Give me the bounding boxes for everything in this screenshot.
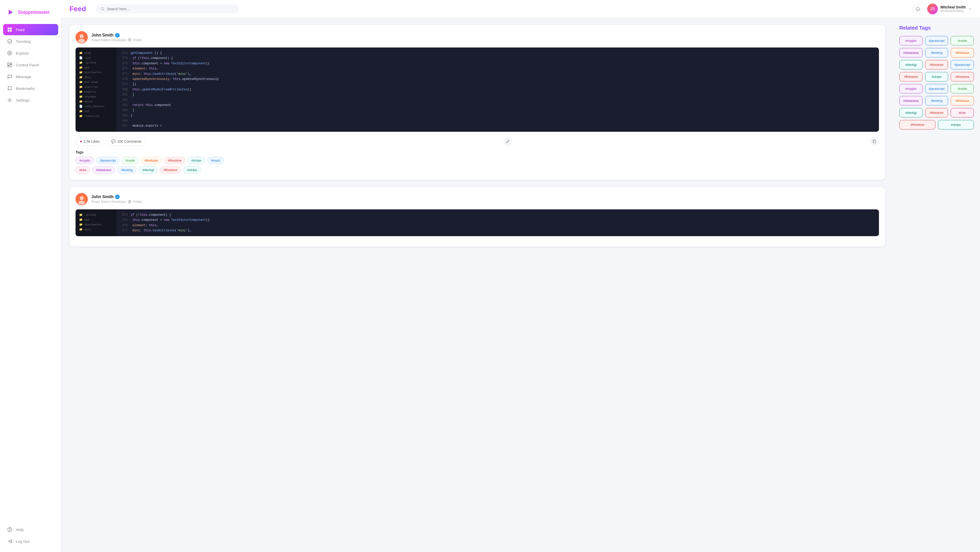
file-item[interactable]: 📁 .github — [78, 212, 115, 217]
user-menu[interactable]: JS Mitcheal Smith @mitchelsmith01 — [927, 3, 972, 14]
comments-button[interactable]: 💬 100 Comments — [107, 137, 146, 146]
tag-chip[interactable]: #node — [122, 157, 138, 164]
search-input[interactable] — [107, 7, 234, 11]
related-tag-chip[interactable]: #testing — [925, 96, 948, 105]
tag-chip[interactable]: #firestore — [164, 157, 185, 164]
author-name: John Smith — [91, 33, 114, 38]
user-avatar: JS — [927, 3, 938, 14]
related-tag-chip[interactable]: #javascript — [925, 36, 948, 45]
sidebar-item-trending[interactable]: Trending — [3, 36, 58, 47]
notification-button[interactable] — [912, 3, 923, 14]
chat-icon: 💬 — [111, 139, 116, 144]
related-tag-chip[interactable]: #database — [899, 96, 923, 105]
related-tag-chip[interactable]: #css — [951, 108, 974, 118]
post-meta: React Native Developer Public — [91, 38, 142, 42]
search-icon — [100, 7, 104, 11]
tag-chip[interactable]: #firebase — [141, 157, 162, 164]
sidebar-label-explore: Explore — [16, 51, 29, 56]
header: Feed JS Mitcheal Smith @mitchelsmith01 — [61, 0, 980, 18]
copy-button[interactable] — [870, 137, 879, 146]
file-item[interactable]: 📁 dot-atom — [78, 80, 115, 85]
sidebar-item-explore[interactable]: Explore — [3, 48, 58, 59]
logo-icon — [6, 8, 15, 17]
bookmark-icon — [7, 86, 12, 91]
related-tag-chip[interactable]: #javascript — [925, 84, 948, 93]
related-tag-chip[interactable]: #firestore — [925, 108, 948, 118]
related-tag-chip[interactable]: #node — [951, 84, 974, 93]
related-tags-row: #deckgl #firestore #javascript — [899, 60, 974, 69]
sidebar-label-trending: Trending — [16, 39, 31, 44]
sidebar-item-settings[interactable]: Settings — [3, 94, 58, 106]
related-tag-chip[interactable]: #crypto — [899, 36, 923, 45]
file-item[interactable]: 📁 docs — [78, 227, 115, 232]
related-tag-chip[interactable]: #firestore — [899, 120, 935, 129]
edit-button[interactable] — [503, 137, 512, 146]
file-item[interactable]: 📁 atom — [78, 51, 115, 56]
tag-chip[interactable]: #database — [92, 166, 115, 174]
related-tag-chip[interactable]: #firestore — [951, 72, 974, 81]
code-content-2: 274if (!this.component) { 275 this.compo… — [116, 209, 879, 236]
svg-point-21 — [80, 196, 84, 200]
file-item[interactable]: 📁 keymaps — [78, 94, 115, 99]
message-icon — [7, 74, 12, 79]
related-tag-chip[interactable]: #deckgl — [899, 108, 923, 118]
file-item[interactable]: 📁 menus — [78, 99, 115, 104]
file-item[interactable]: 📁 resources — [78, 113, 115, 118]
related-tag-chip[interactable]: #firebase — [951, 96, 974, 105]
sidebar-item-logout[interactable]: Log Out — [3, 536, 58, 547]
file-item[interactable]: 📁 exports — [78, 89, 115, 94]
file-item[interactable]: 📁 benchmarks — [78, 70, 115, 75]
file-item[interactable]: 📄 .git — [78, 56, 115, 60]
sidebar-item-control-panel[interactable]: Control Panel — [3, 59, 58, 70]
sidebar-item-feed[interactable]: Feed — [3, 24, 58, 35]
related-tag-chip[interactable]: #firestore — [925, 60, 948, 69]
sidebar-item-message[interactable]: Message — [3, 71, 58, 82]
tag-chip[interactable]: #css — [76, 166, 90, 174]
related-tag-chip[interactable]: #deckgl — [899, 60, 923, 69]
tag-chip[interactable]: #testing — [117, 166, 137, 174]
tag-chip[interactable]: #firestore — [160, 166, 181, 174]
related-tag-chip[interactable]: #javascript — [951, 60, 974, 69]
related-tag-chip[interactable]: #stripe — [925, 72, 948, 81]
tag-chip[interactable]: #stripe — [188, 157, 205, 164]
code-block: 📁 atom 📄 .git 📁 .github 📁 apm 📁 benchmar… — [76, 48, 879, 132]
related-tags-row: #crypto #javascript #node — [899, 36, 974, 45]
file-item[interactable]: 📁 benchmarks — [78, 222, 115, 227]
verified-badge-2: ✓ — [115, 195, 120, 199]
related-tag-chip[interactable]: #firestore — [899, 72, 923, 81]
file-item[interactable]: 📁 docs — [78, 75, 115, 80]
sidebar-item-help[interactable]: Help — [3, 524, 58, 535]
file-item[interactable]: 📁 out — [78, 109, 115, 113]
sidebar: Snippetmaster Feed Trending Explore — [0, 0, 61, 552]
tag-chip[interactable]: #deckgl — [138, 166, 158, 174]
related-tag-chip[interactable]: #database — [899, 48, 923, 57]
tag-chip[interactable]: #react — [207, 157, 224, 164]
content-area: John Smith ✓ React Native Developer Publ… — [61, 18, 980, 552]
file-item[interactable]: 📁 apm — [78, 65, 115, 70]
related-tag-chip[interactable]: #node — [951, 36, 974, 45]
sidebar-label-message: Message — [16, 75, 32, 79]
tag-chip[interactable]: #javascript — [96, 157, 120, 164]
feed-area: John Smith ✓ React Native Developer Publ… — [61, 18, 893, 552]
main-area: Feed JS Mitcheal Smith @mitchelsmith01 — [61, 0, 980, 552]
tags-row: #crypto #javascript #node #firebase #fir… — [76, 157, 879, 164]
tag-chip[interactable]: #stripe — [183, 166, 201, 174]
file-item[interactable]: 📁 electron — [78, 85, 115, 89]
tag-chip[interactable]: #crypto — [76, 157, 94, 164]
related-tag-chip[interactable]: #firebase — [951, 48, 974, 57]
post-user-info: John Smith ✓ React Native Developer Publ… — [91, 33, 142, 42]
post-visibility: Public — [133, 38, 142, 42]
user-text: Mitcheal Smith @mitchelsmith01 — [940, 5, 966, 13]
settings-icon — [7, 97, 12, 103]
file-item[interactable]: 📄 node_modules — [78, 104, 115, 109]
svg-rect-9 — [10, 63, 12, 64]
related-tag-chip[interactable]: #crypto — [899, 84, 923, 93]
related-tag-chip[interactable]: #stripe — [938, 120, 974, 129]
related-tag-chip[interactable]: #testing — [925, 48, 948, 57]
sidebar-item-bookmarks[interactable]: Bookmarks — [3, 83, 58, 94]
file-item[interactable]: 📁 apm — [78, 217, 115, 222]
file-item[interactable]: 📁 .github — [78, 60, 115, 65]
likes-button[interactable]: ♥ 2.5k Likes — [76, 137, 104, 146]
search-bar[interactable] — [96, 4, 239, 14]
related-tags-row: #firestore #stripe — [899, 120, 974, 129]
